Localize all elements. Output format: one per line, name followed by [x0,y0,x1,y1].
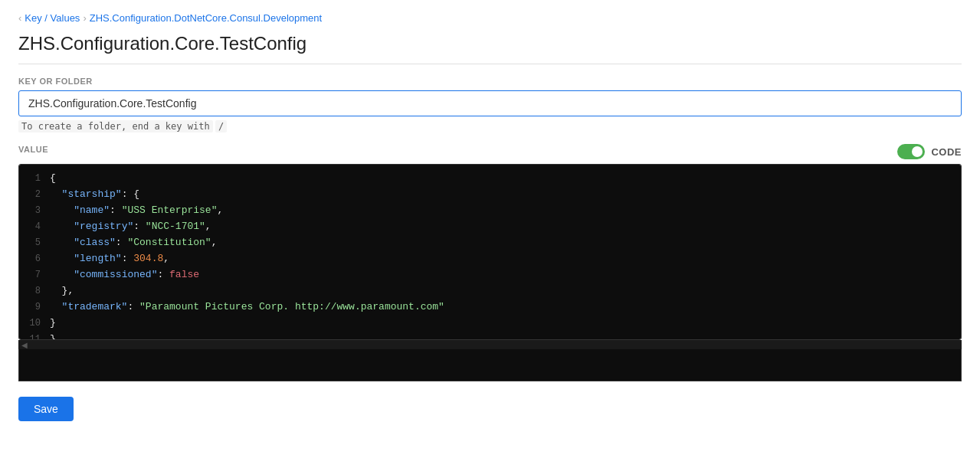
code-label: CODE [931,146,962,158]
line-number: 8 [19,284,50,299]
line-content: "class": "Constitution", [50,235,961,251]
page-title: ZHS.Configuration.Core.TestConfig [18,33,962,64]
code-line: 6 "length": 304.8, [19,251,961,267]
code-line: 4 "registry": "NCC-1701", [19,219,961,235]
save-button[interactable]: Save [18,397,74,421]
breadcrumb-link-consul[interactable]: ZHS.Configuration.DotNetCore.Consul.Deve… [90,12,322,24]
breadcrumb-sep-left: ‹ [18,12,21,24]
code-line: 3 "name": "USS Enterprise", [19,203,961,219]
code-line: 9 "trademark": "Paramount Pictures Corp.… [19,299,961,316]
line-number: 5 [19,236,50,250]
code-editor[interactable]: 1{2 "starship": {3 "name": "USS Enterpri… [18,164,962,340]
line-number: 3 [19,204,50,218]
code-line: 7 "commissioned": false [19,267,961,283]
breadcrumb: ‹ Key / Values › ZHS.Configuration.DotNe… [18,12,962,24]
line-content: "trademark": "Paramount Pictures Corp. h… [50,299,961,316]
line-content: } [50,316,961,332]
value-label: VALUE [18,145,48,154]
code-toggle[interactable] [897,144,925,159]
value-header: VALUE CODE [18,144,962,159]
code-line: 1{ [19,171,961,187]
line-content: "commissioned": false [50,267,961,283]
line-content: "length": 304.8, [50,251,961,267]
key-hint-char: / [215,120,227,132]
breadcrumb-link-keyvalues[interactable]: Key / Values [25,12,80,24]
code-line: 10} [19,316,961,332]
code-line: 11} [19,332,961,340]
scrollbar-hint: ◀ [18,340,962,349]
editor-bottom [18,349,962,381]
line-number: 10 [19,316,50,331]
line-content: { [50,171,961,187]
line-content: } [50,332,961,340]
breadcrumb-sep2: › [83,12,86,24]
toggle-row: CODE [897,144,962,159]
line-content: }, [50,283,961,299]
key-input[interactable] [18,90,962,116]
line-number: 7 [19,268,50,283]
code-line: 5 "class": "Constitution", [19,235,961,251]
line-content: "starship": { [50,187,961,203]
scroll-left-icon[interactable]: ◀ [21,341,28,349]
line-number: 2 [19,188,50,202]
line-number: 1 [19,172,50,186]
line-content: "name": "USS Enterprise", [50,203,961,219]
toggle-slider [897,144,925,159]
line-number: 4 [19,220,50,234]
page: ‹ Key / Values › ZHS.Configuration.DotNe… [0,0,980,471]
code-line: 2 "starship": { [19,187,961,203]
line-content: "registry": "NCC-1701", [50,219,961,235]
line-number: 11 [19,332,50,340]
line-number: 6 [19,252,50,267]
code-line: 8 }, [19,283,961,299]
key-hint: To create a folder, end a key with / [18,121,962,132]
line-number: 9 [19,300,50,315]
key-label: KEY OR FOLDER [18,77,962,86]
